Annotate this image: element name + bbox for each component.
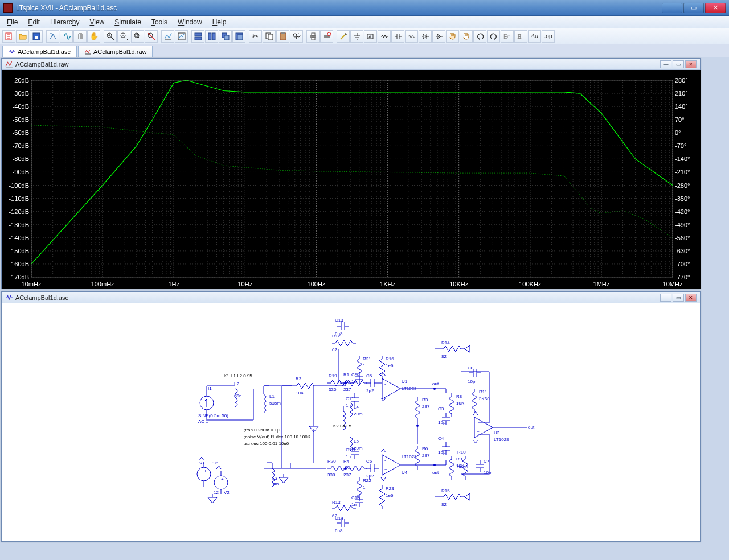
tb-paste[interactable] [276,30,289,43]
tb-zoom-fit[interactable] [131,30,144,43]
tb-control-panel[interactable] [46,30,59,43]
tb-capacitor[interactable] [391,30,404,43]
toolbar: ✋ ✂ A EE EE Aa .op [0,28,729,44]
tb-cascade[interactable] [219,30,232,43]
svg-text:-: - [384,381,386,386]
svg-text:535m: 535m [269,401,281,406]
childwin-minimize[interactable]: — [660,294,671,302]
svg-text:L3: L3 [272,476,277,481]
svg-rect-15 [224,35,229,40]
tb-new-schematic[interactable] [2,30,15,43]
tb-zoom-back[interactable] [145,30,158,43]
svg-text:82: 82 [441,502,447,507]
svg-text:R14: R14 [441,340,450,345]
tb-undo[interactable] [473,30,486,43]
svg-text:+: + [384,467,387,472]
svg-text:C10: C10 [351,495,360,500]
tb-setup[interactable] [320,30,333,43]
tb-run[interactable] [60,30,73,43]
childwin-close[interactable]: ✕ [685,60,697,68]
close-button[interactable]: ✕ [705,3,726,13]
waveform-window[interactable]: ACclampBal1d.raw — ▭ ✕ V(out) -20dB280°-… [1,58,701,289]
tb-tile-horizontal[interactable] [191,30,204,43]
svg-text:A: A [368,34,372,39]
maximize-button[interactable]: ▭ [683,3,704,13]
tb-move[interactable] [446,30,459,43]
svg-text:C7: C7 [484,459,490,464]
svg-text:-560°: -560° [675,234,690,241]
plot-canvas[interactable]: -20dB280°-30dB210°-40dB140°-50dB70°-60dB… [2,70,701,289]
menu-window[interactable]: Window [173,17,207,27]
menu-hierarchy[interactable]: Hierarchy [46,17,84,27]
tb-zoom-in[interactable] [104,30,117,43]
tb-pick-trace[interactable] [161,30,174,43]
bode-plot[interactable]: V(out) -20dB280°-30dB210°-40dB140°-50dB7… [2,70,700,289]
tb-diode[interactable] [419,30,432,43]
tab-waveform[interactable]: ACclampBal1d.raw [78,46,153,57]
tb-spice-directive[interactable]: .op [542,30,555,43]
tb-autorange[interactable] [175,30,188,43]
tb-tile-vertical[interactable] [205,30,218,43]
tb-inductor[interactable] [405,30,418,43]
mdi-client-area: ACclampBal1d.raw — ▭ ✕ V(out) -20dB280°-… [0,57,729,560]
svg-rect-2 [35,36,38,39]
minimize-button[interactable]: — [662,3,682,13]
childwin-titlebar[interactable]: ACclampBal1d.asc — ▭ ✕ [2,292,700,303]
svg-rect-12 [208,33,211,40]
schematic-svg[interactable]: I1SINE(0 5m 50)AC 1L260nL1535mK1 L1 L2 0… [2,303,700,541]
svg-text:10p: 10p [484,470,492,475]
tb-label-net[interactable]: A [364,30,377,43]
svg-text:-150dB: -150dB [9,248,29,254]
svg-text:1n: 1n [346,454,351,459]
tb-text[interactable]: Aa [528,30,541,43]
tb-cut[interactable]: ✂ [249,30,262,43]
svg-text:R22: R22 [363,478,371,483]
tb-copy[interactable] [263,30,276,43]
schematic-window[interactable]: ACclampBal1d.asc — ▭ ✕ I1SINE(0 5m 50)AC… [1,291,701,542]
tab-schematic[interactable]: ACclampBal1d.asc [2,46,77,57]
tb-component[interactable] [432,30,445,43]
tb-draw-wire[interactable] [337,30,350,43]
tb-pan[interactable]: ✋ [87,30,100,43]
childwin-maximize[interactable]: ▭ [673,294,684,302]
tb-print[interactable] [306,30,320,43]
svg-point-285 [433,388,436,390]
tb-ground[interactable] [350,30,363,43]
tb-redo[interactable] [487,30,500,43]
tb-open[interactable] [16,30,29,43]
childwin-close[interactable]: ✕ [685,294,697,302]
svg-text:L1: L1 [269,394,275,399]
menu-edit[interactable]: Edit [23,17,44,27]
childwin-maximize[interactable]: ▭ [673,60,684,68]
svg-text:-140dB: -140dB [9,234,29,241]
svg-text:287: 287 [422,404,430,409]
tb-mirror[interactable]: EE [514,30,527,43]
svg-text:LT1028: LT1028 [402,454,417,459]
tb-halt[interactable] [73,30,87,43]
schematic-canvas[interactable]: I1SINE(0 5m 50)AC 1L260nL1535mK1 L1 L2 0… [2,303,700,541]
childwin-minimize[interactable]: — [660,60,671,68]
menu-file[interactable]: File [2,17,22,27]
svg-text:15µ: 15µ [438,420,446,425]
svg-text:R13: R13 [332,500,341,505]
tb-save[interactable] [30,30,43,43]
tb-rotate[interactable]: EE [501,30,514,43]
svg-text:K2 L4 L5: K2 L4 L5 [333,423,352,429]
tb-close-all[interactable] [232,30,245,43]
svg-text:100Hz: 100Hz [308,281,326,287]
tb-find[interactable] [290,30,303,43]
menubar: File Edit Hierarchy View Simulate Tools … [0,16,729,28]
menu-help[interactable]: Help [208,17,231,27]
svg-text:R8: R8 [456,394,462,399]
svg-text:-700°: -700° [675,261,690,267]
svg-text:-210°: -210° [675,168,690,175]
svg-text:U1: U1 [402,379,408,384]
childwin-titlebar[interactable]: ACclampBal1d.raw — ▭ ✕ [2,59,700,70]
tb-resistor[interactable] [378,30,391,43]
svg-text:1n: 1n [351,379,357,384]
menu-view[interactable]: View [85,17,109,27]
tb-drag[interactable] [460,30,473,43]
menu-tools[interactable]: Tools [147,17,172,27]
menu-simulate[interactable]: Simulate [110,17,146,27]
tb-zoom-out[interactable] [117,30,130,43]
